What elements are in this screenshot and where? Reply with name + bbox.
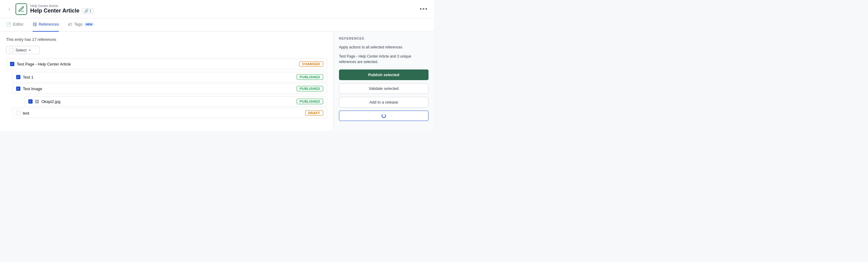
grandchild-list: 🖼 Okapi2.jpg PUBLISHED bbox=[24, 96, 327, 107]
references-content: This entry has 17 references Select ▾ Te… bbox=[0, 32, 334, 131]
sidebar: REFERENCES Apply actions to all selected… bbox=[334, 32, 434, 131]
link-badge[interactable]: 🔗 1 bbox=[82, 8, 94, 14]
tab-references[interactable]: ⛓ References bbox=[33, 18, 59, 32]
child-status-test1: PUBLISHED bbox=[297, 74, 323, 80]
sidebar-selection-info: Test Page - Help Center Article and 3 un… bbox=[339, 54, 429, 65]
back-button[interactable]: ‹ bbox=[6, 5, 12, 13]
image-icon: 🖼 bbox=[35, 99, 39, 104]
chevron-down-icon: ▾ bbox=[29, 49, 30, 52]
grandchild-status-okapi: PUBLISHED bbox=[297, 99, 323, 104]
title-group: Help Center Article Help Center Article … bbox=[30, 4, 93, 14]
editor-icon: 📄 bbox=[6, 22, 11, 27]
grandchild-checkbox-okapi[interactable] bbox=[28, 99, 33, 104]
grandchild-item-okapi[interactable]: 🖼 Okapi2.jpg PUBLISHED bbox=[24, 96, 327, 107]
ref-checkbox-top[interactable] bbox=[10, 62, 14, 66]
new-badge: NEW bbox=[84, 23, 94, 26]
child-item-test[interactable]: test DRAFT bbox=[12, 108, 327, 118]
grandchild-label-okapi: Okapi2.jpg bbox=[41, 99, 60, 104]
header-subtitle: Help Center Article bbox=[30, 4, 93, 8]
spinner-icon bbox=[382, 114, 386, 118]
references-count: This entry has 17 references bbox=[6, 37, 327, 42]
child-status-test: DRAFT bbox=[305, 110, 323, 116]
publish-selected-button[interactable]: Publish selected bbox=[339, 69, 429, 80]
add-to-release-button[interactable]: Add to a release bbox=[339, 97, 429, 108]
child-status-testimage: PUBLISHED bbox=[297, 86, 323, 91]
references-icon: ⛓ bbox=[33, 22, 37, 27]
ref-status-changed: CHANGED bbox=[299, 61, 323, 67]
child-list: Test 1 PUBLISHED Test Image PUBLISHED bbox=[12, 72, 327, 118]
ref-item-top[interactable]: Test Page - Help Center Article CHANGED bbox=[6, 58, 327, 69]
main-layout: This entry has 17 references Select ▾ Te… bbox=[0, 32, 434, 131]
logo-icon bbox=[16, 3, 27, 15]
more-menu-button[interactable]: ••• bbox=[420, 5, 428, 12]
loading-button bbox=[339, 111, 429, 121]
reference-list: Test Page - Help Center Article CHANGED … bbox=[6, 58, 327, 118]
child-item-testimage[interactable]: Test Image PUBLISHED bbox=[12, 84, 327, 94]
child-checkbox-testimage[interactable] bbox=[16, 87, 21, 91]
tag-icon: 🏷 bbox=[68, 22, 72, 27]
tabs: 📄 Editor ⛓ References 🏷 Tags NEW bbox=[0, 18, 434, 32]
child-checkbox-test[interactable] bbox=[16, 111, 21, 115]
select-all-checkbox[interactable] bbox=[9, 48, 14, 52]
tab-tags[interactable]: 🏷 Tags NEW bbox=[68, 18, 93, 32]
sidebar-title: REFERENCES bbox=[339, 36, 429, 40]
sidebar-apply-actions: Apply actions to all selected references bbox=[339, 45, 429, 50]
child-label-test: test bbox=[23, 111, 29, 115]
ref-label-top: Test Page - Help Center Article bbox=[17, 62, 71, 66]
child-label-testimage: Test Image bbox=[23, 87, 42, 91]
tab-editor[interactable]: 📄 Editor bbox=[6, 18, 24, 32]
child-label-test1: Test 1 bbox=[23, 75, 33, 80]
validate-selected-button[interactable]: Validate selected bbox=[339, 83, 429, 94]
child-item-test1[interactable]: Test 1 PUBLISHED bbox=[12, 72, 327, 82]
child-checkbox-test1[interactable] bbox=[16, 75, 21, 79]
header: ‹ Help Center Article Help Center Articl… bbox=[0, 0, 434, 18]
header-title: Help Center Article 🔗 1 bbox=[30, 8, 93, 14]
link-icon: 🔗 bbox=[84, 9, 89, 13]
select-dropdown[interactable]: Select ▾ bbox=[6, 46, 40, 54]
